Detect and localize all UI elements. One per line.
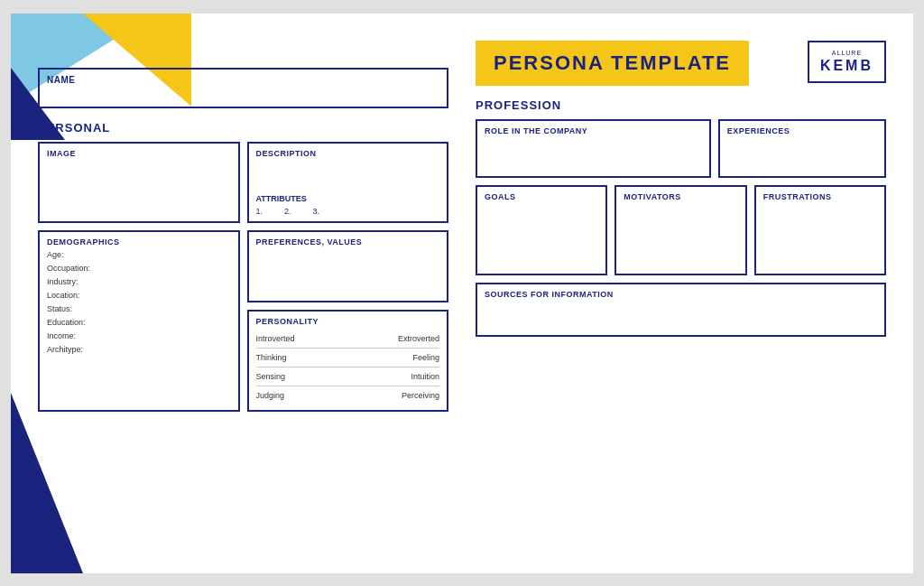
personality-introverted: Introverted xyxy=(256,334,295,343)
sources-label: SOURCES FOR INFORMATION xyxy=(485,290,877,299)
personal-grid-top: IMAGE DESCRIPTION ATTRIBUTES 1. 2. 3. xyxy=(38,142,448,223)
goals-label: GOALS xyxy=(485,192,598,201)
right-panel: PERSONA TEMPLATE ALLURE KEMB PROFESSION … xyxy=(476,41,886,546)
personality-extroverted: Extroverted xyxy=(398,334,439,343)
personality-perceiving: Perceiving xyxy=(402,391,439,400)
attributes-numbers: 1. 2. 3. xyxy=(256,207,440,216)
attributes-section: ATTRIBUTES 1. 2. 3. xyxy=(256,187,440,216)
left-panel: NAME PERSONAL IMAGE DESCRIPTION ATTRIBUT… xyxy=(38,41,448,546)
personality-box: PERSONALITY Introverted Extroverted Thin… xyxy=(247,310,449,412)
demo-income: Income: xyxy=(47,331,231,340)
motivators-label: MOTIVATORS xyxy=(624,192,737,201)
demographics-box: DEMOGRAPHICS Age: Occupation: Industry: … xyxy=(38,230,240,412)
description-box: DESCRIPTION ATTRIBUTES 1. 2. 3. xyxy=(247,142,449,223)
demographics-label: DEMOGRAPHICS xyxy=(47,237,231,246)
profession-heading: PROFESSION xyxy=(476,98,886,112)
profession-grid-bottom: GOALS MOTIVATORS FRUSTRATIONS xyxy=(476,185,886,275)
personality-row-4: Judging Perceiving xyxy=(256,386,440,405)
personality-thinking: Thinking xyxy=(256,353,287,362)
demo-occupation: Occupation: xyxy=(47,264,231,273)
personality-feeling: Feeling xyxy=(412,353,439,362)
description-label: DESCRIPTION xyxy=(256,149,440,158)
frustrations-box: FRUSTRATIONS xyxy=(754,185,886,275)
personality-intuition: Intuition xyxy=(411,372,439,381)
preferences-label: PREFERENCES, VALUES xyxy=(256,237,440,246)
demo-industry: Industry: xyxy=(47,277,231,286)
name-field: NAME xyxy=(38,68,448,108)
attributes-label: ATTRIBUTES xyxy=(256,194,440,203)
image-box: IMAGE xyxy=(38,142,240,223)
name-label: NAME xyxy=(47,75,439,85)
page: NAME PERSONAL IMAGE DESCRIPTION ATTRIBUT… xyxy=(11,14,913,573)
frustrations-label: FRUSTRATIONS xyxy=(763,192,877,201)
goals-box: GOALS xyxy=(476,185,607,275)
personality-label: PERSONALITY xyxy=(256,317,440,326)
experiences-box: EXPERIENCES xyxy=(718,119,886,178)
sources-box: SOURCES FOR INFORMATION xyxy=(476,283,886,337)
image-label: IMAGE xyxy=(47,149,231,158)
personality-sensing: Sensing xyxy=(256,372,286,381)
demo-status: Status: xyxy=(47,304,231,313)
demo-education: Education: xyxy=(47,318,231,327)
experiences-label: EXPERIENCES xyxy=(727,126,877,135)
attr-3: 3. xyxy=(313,207,320,216)
persona-title: PERSONA TEMPLATE xyxy=(476,41,749,86)
role-box: ROLE IN THE COMPANY xyxy=(476,119,711,178)
attr-2: 2. xyxy=(284,207,291,216)
profession-grid-top: ROLE IN THE COMPANY EXPERIENCES xyxy=(476,119,886,178)
demo-architype: Architype: xyxy=(47,345,231,354)
right-header: PERSONA TEMPLATE ALLURE KEMB xyxy=(476,41,886,86)
demo-age: Age: xyxy=(47,250,231,259)
personality-judging: Judging xyxy=(256,391,285,400)
preferences-box: PREFERENCES, VALUES xyxy=(247,230,449,302)
personal-grid-bottom: DEMOGRAPHICS Age: Occupation: Industry: … xyxy=(38,230,448,412)
attr-1: 1. xyxy=(256,207,263,216)
personality-row-2: Thinking Feeling xyxy=(256,349,440,367)
personality-row-1: Introverted Extroverted xyxy=(256,330,440,349)
role-label: ROLE IN THE COMPANY xyxy=(485,126,702,135)
demo-location: Location: xyxy=(47,291,231,300)
kemb-tagline: ALLURE xyxy=(820,50,873,56)
kemb-name: KEMB xyxy=(820,58,873,74)
personal-heading: PERSONAL xyxy=(38,121,448,135)
motivators-box: MOTIVATORS xyxy=(614,185,746,275)
personality-row-3: Sensing Intuition xyxy=(256,367,440,386)
kemb-logo: ALLURE KEMB xyxy=(808,41,886,83)
